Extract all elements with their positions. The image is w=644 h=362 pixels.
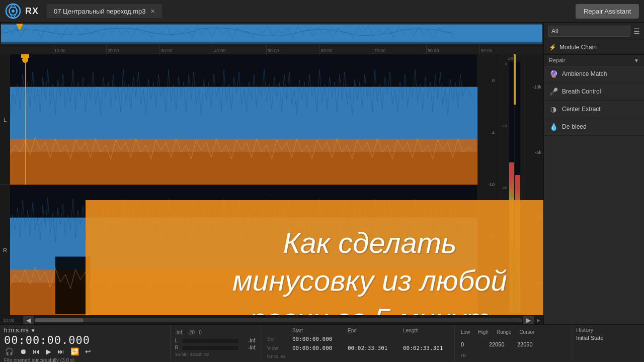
record-button[interactable]: ⏺ [19, 346, 28, 356]
izotope-logo-icon [5, 3, 21, 19]
selection-section: Start End Length Sel 00:00:00.000 View 0… [261, 325, 454, 362]
statusbar: h:m:s.ms ▼ 00:00:00.000 🎧 ⏺ ⏮ ▶ ⏭ 🔁 ↩ Fi… [0, 324, 644, 362]
sel-row: Sel 00:00:00.000 [267, 336, 448, 342]
close-tab-button[interactable]: × [151, 7, 155, 15]
file-tab[interactable]: 07 Центральный переход.mp3 × [47, 4, 162, 18]
range-headers: Low High Range Cursor [461, 329, 566, 335]
time-ruler: 10:00 20:00 30:00 40:00 50:00 60:00 70:0… [0, 45, 543, 54]
time-mark: 40:00 [213, 45, 226, 54]
scroll-right-button[interactable]: ▶ [523, 316, 534, 325]
module-item-debleed[interactable]: 💧 De-bleed [544, 118, 644, 136]
bit-depth-label: 16-bit | 44100 Hz [175, 352, 257, 357]
skip-end-button[interactable]: ↩ [84, 346, 92, 356]
db-mark-n4: -4 [491, 130, 495, 135]
channel-l-view[interactable] [10, 54, 477, 185]
tab-area: 07 Центральный переход.mp3 × [47, 4, 576, 18]
center-extract-icon: ◑ [549, 105, 558, 114]
tab-filename: 07 Центральный переход.mp3 [54, 8, 146, 15]
time-mark: 80:00 [426, 45, 439, 54]
module-chain-row[interactable]: ⚡ Module Chain [544, 40, 644, 55]
level-l-value: -Inf. [240, 338, 257, 343]
channel-labels: L R [0, 54, 10, 315]
scrollbar-track[interactable] [35, 318, 522, 322]
channel-l-label: L [0, 54, 10, 185]
range-low-value: 0 [461, 341, 481, 347]
range-values: 0 22050 22050 [461, 341, 566, 347]
range-header-high: High [478, 329, 489, 335]
waveform-area: 10:00 20:00 30:00 40:00 50:00 60:00 70:0… [0, 23, 543, 324]
main-area: 10:00 20:00 30:00 40:00 50:00 60:00 70:0… [0, 23, 644, 324]
range-header-cursor: Cursor [519, 329, 534, 335]
overview-bar[interactable] [0, 23, 543, 45]
right-panel-header: All ☰ [544, 23, 644, 40]
range-range-value: 22050 [517, 341, 537, 347]
level-header-20: -20 [188, 330, 195, 335]
de-bleed-icon: 💧 [549, 122, 558, 131]
range-section: Low High Range Cursor 0 22050 22050 Hz [454, 325, 572, 362]
overlay-line3: песни за 5 минут [250, 302, 490, 315]
level-header-row: -Inf. -20 0 [175, 330, 257, 335]
scroll-left-button[interactable]: ◀ [23, 316, 34, 325]
level-row-r: R -Inf. [175, 345, 257, 350]
list-view-icon[interactable]: ☰ [633, 27, 640, 35]
repair-label-text: Repair [549, 57, 565, 63]
time-format-arrow[interactable]: ▼ [31, 328, 36, 333]
svg-rect-5 [10, 139, 477, 185]
col-header-start: Start [292, 328, 338, 333]
app-logo-text: RX [25, 6, 39, 17]
filter-dropdown[interactable]: All [548, 26, 630, 37]
ambience-match-icon: 🔮 [549, 69, 558, 78]
overlay-text-content: Как сделать минусовку из любой песни за … [232, 224, 507, 315]
db-mark-0: 0 [492, 78, 495, 83]
level-r-value: -Inf. [240, 345, 257, 350]
vu-mark-n20: -20 [501, 186, 507, 190]
time-mark: 10:00 [53, 45, 66, 54]
module-item-ambience[interactable]: 🔮 Ambience Match [544, 65, 644, 83]
range-header-low: Low [461, 329, 470, 335]
breath-control-label: Breath Control [562, 88, 601, 95]
module-item-breath[interactable]: 🎤 Breath Control [544, 83, 644, 101]
scrollbar-thumb[interactable] [35, 318, 84, 322]
loop-play-button[interactable]: ⏭ [56, 346, 65, 356]
skip-back-button[interactable]: ⏮ [32, 346, 41, 356]
transport-section: h:m:s.ms ▼ 00:00:00.000 🎧 ⏺ ⏮ ▶ ⏭ 🔁 ↩ Fi… [0, 325, 171, 362]
center-extract-label: Center Extract [562, 106, 601, 113]
waveform-body: L R [0, 54, 543, 315]
svg-rect-3 [1, 25, 542, 42]
waveform-center[interactable]: Как сделать минусовку из любой песни за … [10, 54, 477, 315]
range-header-range: Range [497, 329, 511, 335]
range-high-value: 22050 [489, 341, 509, 347]
view-length-value: 00:02:33.301 [403, 345, 448, 351]
view-label: View [267, 345, 282, 351]
level-l-label: L [175, 338, 181, 343]
channel-r-label: R [0, 185, 10, 315]
selection-headers-row: Start End Length [267, 328, 448, 333]
repair-assistant-button[interactable]: Repair Assistant [576, 4, 639, 19]
overlay-line2: минусовку из любой [232, 264, 507, 297]
view-row: View 00:00:00.000 00:02:33.301 00:02:33.… [267, 345, 448, 351]
ambience-match-label: Ambience Match [562, 70, 607, 77]
loop-button[interactable]: 🔁 [69, 346, 80, 356]
time-mark: 70:00 [373, 45, 386, 54]
status-text: File opened successfully (3.0 s) [4, 356, 166, 362]
level-header-inf: -Inf. [175, 330, 183, 335]
module-item-center-extract[interactable]: ◑ Center Extract [544, 101, 644, 118]
vu-mark-n10: -10 [501, 124, 507, 128]
level-bar-r-container [183, 346, 238, 350]
de-bleed-label: De-bleed [562, 123, 587, 130]
overview-waveform-svg [1, 24, 542, 44]
titlebar: RX 07 Центральный переход.mp3 × Repair A… [0, 0, 644, 23]
freq-mark-10k: -10k [532, 84, 541, 89]
nav-arrow-right[interactable]: ▶ [535, 318, 542, 323]
vu-playhead-bar [514, 54, 516, 105]
overview-waveform [1, 24, 542, 44]
play-button[interactable]: ▶ [45, 346, 52, 356]
db-mark-n10: -10 [488, 182, 495, 187]
overlay-line1: Как сделать [283, 226, 456, 259]
level-bar-l-container [183, 339, 238, 343]
headphones-button[interactable]: 🎧 [4, 346, 15, 356]
time-display: 00:00:00.000 [4, 334, 166, 346]
levels-section: -Inf. -20 0 L -Inf. R -Inf. 16-bit | 441… [171, 325, 261, 362]
time-unit-label: h:m:s.ms [267, 354, 448, 359]
repair-dropdown-arrow[interactable]: ▼ [634, 58, 639, 63]
